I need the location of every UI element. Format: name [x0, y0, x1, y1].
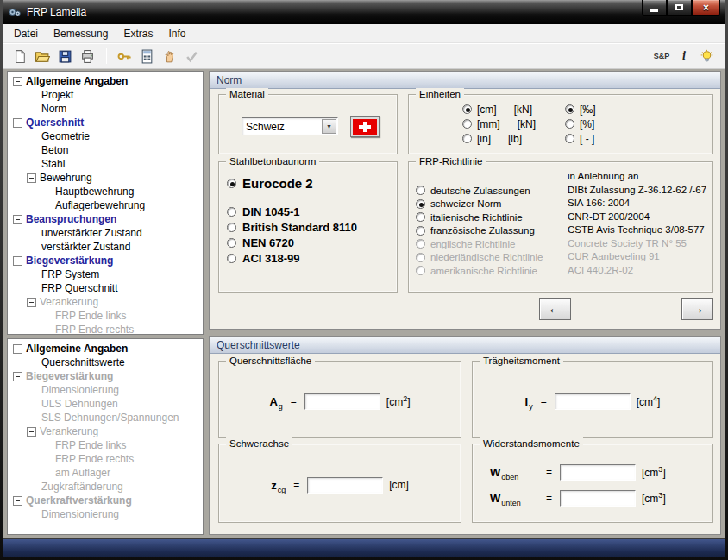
radio-label: italienische Richtlinie [430, 212, 523, 223]
tree-item-bewehrung[interactable]: Bewehrung [8, 171, 203, 185]
tree-item-frp-ende-rechts[interactable]: FRP Ende rechts [8, 452, 203, 466]
next-page-button[interactable]: → [681, 298, 713, 320]
save-icon[interactable] [54, 47, 75, 66]
menu-item-info[interactable]: Info [160, 26, 193, 41]
input-i-y[interactable] [555, 393, 631, 410]
tree-item-beanspruchungen[interactable]: Beanspruchungen [8, 212, 203, 226]
collapse-minus-icon[interactable] [13, 372, 22, 381]
tree-item-querschnittswerte[interactable]: Querschnittswerte [8, 356, 203, 369]
tree-item-norm[interactable]: Norm [8, 102, 203, 116]
tree-item-allgemeine-angaben[interactable]: Allgemeine Angaben [8, 74, 203, 88]
tree-item-auflagerbewehrung[interactable]: Auflagerbewehrung [8, 198, 203, 212]
radio-code-nen-6720[interactable]: NEN 6720 [227, 235, 357, 250]
previous-page-button[interactable]: ← [539, 298, 571, 320]
sp-logo-icon-text: S&P [654, 52, 670, 60]
info-icon[interactable]: i [674, 47, 694, 66]
radio-code-aci-318-99[interactable]: ACI 318-99 [227, 250, 357, 266]
title-bar[interactable]: FRP Lamella × [3, 0, 725, 24]
radio-unit-mm-kn[interactable]: [mm][kN] [462, 116, 536, 131]
radio-unit-[interactable]: [%] [565, 116, 596, 131]
tree-item-frp-ende-links[interactable]: FRP Ende links [8, 438, 203, 452]
reference-in-anlehnung-an: in Anlehnung an [568, 171, 706, 185]
radio-frp-italienische-richtlinie[interactable]: italienische Richtlinie [416, 211, 543, 224]
maximize-button[interactable] [667, 0, 692, 16]
tree-item-uls-dehnungen[interactable]: ULS Dehnungen [8, 397, 203, 411]
tree-item-verankerung[interactable]: Verankerung [8, 425, 203, 438]
collapse-minus-icon[interactable] [13, 496, 22, 506]
menu-item-datei[interactable]: Datei [6, 26, 46, 41]
tree-item-beton[interactable]: Beton [8, 143, 203, 157]
material-select[interactable]: Schweiz ▼ [242, 117, 338, 135]
tree-item-verankerung[interactable]: Verankerung [8, 295, 203, 309]
radio-unit-[interactable]: [‰] [565, 102, 596, 116]
radio-unit-cm-kn[interactable]: [cm][kN] [462, 102, 536, 116]
radio-frp-deutsche-zulassungen[interactable]: deutsche Zulassungen [416, 184, 543, 198]
tree-item-label: Beanspruchungen [26, 213, 116, 225]
collapse-minus-icon[interactable] [27, 427, 36, 437]
collapse-minus-icon[interactable] [27, 298, 36, 307]
new-document-icon[interactable] [9, 47, 30, 66]
radio-code-din-1045-1[interactable]: DIN 1045-1 [227, 204, 357, 219]
radio-unit-in-lb[interactable]: [in][lb] [462, 131, 536, 146]
input-a-g[interactable] [304, 393, 380, 410]
collapse-minus-icon[interactable] [13, 215, 22, 224]
collapse-minus-icon[interactable] [27, 173, 36, 183]
key-icon[interactable] [114, 47, 135, 66]
menu-item-bemessung[interactable]: Bemessung [46, 26, 116, 41]
tree-item-stahl[interactable]: Stahl [8, 157, 203, 171]
tree-item-sls-dehnungen-spannungen[interactable]: SLS Dehnungen/Spannungen [8, 411, 203, 425]
tree-item-querschnitt[interactable]: Querschnitt [8, 116, 203, 129]
tree-item-unverstaerkter-zustand[interactable]: unverstärkter Zustand [8, 226, 203, 240]
tree-item-biegeverstaerkung[interactable]: Biegeverstärkung [8, 254, 203, 267]
tree-item-querkraftverstaerkung[interactable]: Querkraftverstärkung [8, 494, 203, 507]
radio-unit-[interactable]: [ - ] [565, 131, 596, 146]
reference-sia-166-2004: SIA 166: 2004 [568, 198, 706, 211]
tree-item-frp-ende-rechts[interactable]: FRP Ende rechts [8, 323, 203, 335]
tree-item-frp-querschnitt[interactable]: FRP Querschnitt [8, 281, 203, 295]
tree-item-am-auflager[interactable]: am Auflager [8, 466, 203, 480]
collapse-minus-icon[interactable] [13, 344, 22, 354]
radio-code-british-standard-8110[interactable]: British Standard 8110 [227, 219, 357, 235]
close-icon: × [703, 3, 709, 13]
tree-item-allgemeine-angaben[interactable]: Allgemeine Angaben [8, 342, 203, 356]
tree-item-verstaerkter-zustand[interactable]: verstärkter Zustand [8, 240, 203, 254]
open-icon[interactable] [32, 47, 53, 66]
tree-item-hauptbewehrung[interactable]: Hauptbewehrung [8, 185, 203, 198]
tree-item-frp-system[interactable]: FRP System [8, 267, 203, 281]
tree-item-label: verstärkter Zustand [41, 241, 130, 253]
menu-item-extras[interactable]: Extras [116, 26, 160, 41]
radio-code-eurocode-2[interactable]: Eurocode 2 [227, 173, 357, 193]
frp-guideline-references: in Anlehnung anDIBt Zulassung Z-36.12-62… [568, 171, 706, 278]
tree-item-biegeverstaerkung[interactable]: Biegeverstärkung [8, 369, 203, 383]
tree-item-geometrie[interactable]: Geometrie [8, 129, 203, 143]
collapse-minus-icon[interactable] [13, 118, 22, 128]
sp-logo-icon[interactable]: S&P [651, 47, 672, 66]
input-w-unten[interactable] [560, 490, 636, 507]
window-content: DateiBemessungExtrasInfo S&Pi Allgemeine… [3, 24, 725, 557]
tree-item-frp-ende-links[interactable]: FRP Ende links [8, 309, 203, 323]
minimize-button[interactable] [642, 0, 667, 16]
close-button[interactable]: × [692, 0, 720, 16]
input-z-cg[interactable] [307, 477, 383, 494]
norm-panel-header: Norm [210, 72, 720, 89]
radio-frp-schweizer-norm[interactable]: schweizer Norm [416, 198, 543, 211]
swiss-flag-button[interactable] [350, 116, 380, 137]
collapse-minus-icon[interactable] [13, 256, 22, 266]
input-w-oben[interactable] [560, 464, 636, 481]
help-lamp-icon[interactable] [696, 47, 717, 66]
radio-icon [416, 212, 425, 222]
chevron-down-icon[interactable]: ▼ [322, 119, 336, 134]
radio-frp-franzoesische-zulassung[interactable]: französische Zulassung [416, 224, 543, 238]
tree-item-label: Auflagerbewehrung [55, 199, 145, 211]
collapse-minus-icon[interactable] [13, 77, 22, 86]
pan-hand-icon[interactable] [159, 47, 179, 66]
group-label: Querschnittsfläche [226, 355, 315, 367]
tree-item-projekt[interactable]: Projekt [8, 88, 203, 102]
print-icon[interactable] [77, 47, 97, 66]
concrete-code-options: Eurocode 2DIN 1045-1British Standard 811… [227, 173, 357, 266]
calculator-icon[interactable] [136, 47, 157, 66]
tree-item-dimensionierung[interactable]: Dimensionierung [8, 507, 203, 521]
tree-item-zugkraftaenderung[interactable]: Zugkraftänderung [8, 480, 203, 494]
tree-item-dimensionierung[interactable]: Dimensionierung [8, 383, 203, 397]
toolbar-left [9, 47, 204, 66]
